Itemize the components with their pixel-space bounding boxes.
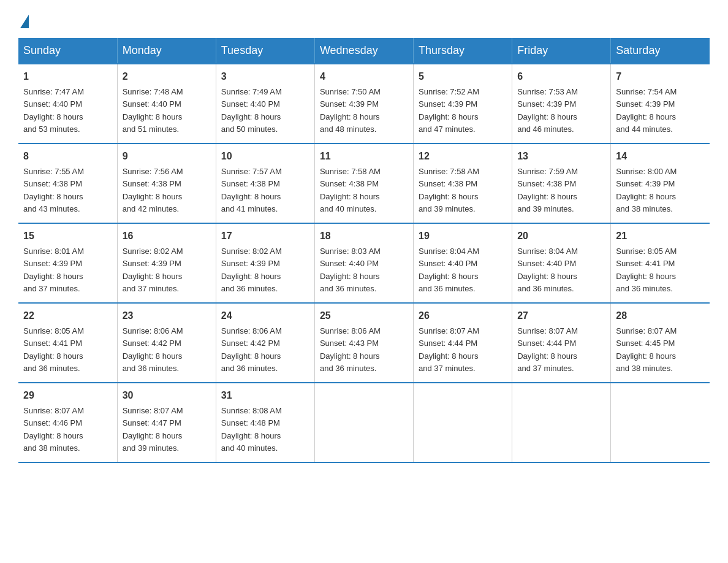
day-info: Sunrise: 8:07 AMSunset: 4:47 PMDaylight:… [123, 406, 183, 453]
day-info: Sunrise: 7:49 AMSunset: 4:40 PMDaylight:… [221, 87, 282, 134]
day-info: Sunrise: 7:56 AMSunset: 4:38 PMDaylight:… [123, 167, 183, 213]
day-info: Sunrise: 7:59 AMSunset: 4:38 PMDaylight:… [517, 167, 578, 213]
calendar-week-row: 1 Sunrise: 7:47 AMSunset: 4:40 PMDayligh… [18, 64, 710, 144]
day-number: 24 [221, 308, 309, 323]
calendar-day-cell: 7 Sunrise: 7:54 AMSunset: 4:39 PMDayligh… [611, 64, 710, 144]
day-number: 16 [123, 229, 211, 243]
day-info: Sunrise: 8:07 AMSunset: 4:45 PMDaylight:… [616, 326, 677, 373]
calendar-day-cell: 11 Sunrise: 7:58 AMSunset: 4:38 PMDaylig… [314, 144, 413, 223]
day-number: 2 [123, 69, 211, 84]
day-number: 19 [419, 229, 507, 243]
day-info: Sunrise: 8:05 AMSunset: 4:41 PMDaylight:… [616, 247, 677, 293]
calendar-day-cell: 5 Sunrise: 7:52 AMSunset: 4:39 PMDayligh… [414, 64, 512, 144]
day-info: Sunrise: 8:06 AMSunset: 4:43 PMDaylight:… [320, 326, 381, 373]
day-number: 27 [517, 308, 605, 323]
header-saturday: Saturday [611, 38, 710, 64]
day-info: Sunrise: 8:01 AMSunset: 4:39 PMDaylight:… [23, 247, 84, 293]
day-number: 28 [616, 308, 705, 323]
calendar-day-cell: 3 Sunrise: 7:49 AMSunset: 4:40 PMDayligh… [216, 64, 314, 144]
day-info: Sunrise: 8:06 AMSunset: 4:42 PMDaylight:… [123, 326, 183, 373]
calendar-day-cell: 28 Sunrise: 8:07 AMSunset: 4:45 PMDaylig… [611, 303, 710, 383]
calendar-day-cell: 1 Sunrise: 7:47 AMSunset: 4:40 PMDayligh… [18, 64, 117, 144]
calendar-day-cell: 6 Sunrise: 7:53 AMSunset: 4:39 PMDayligh… [512, 64, 611, 144]
day-number: 10 [221, 149, 309, 164]
day-number: 8 [23, 149, 112, 164]
calendar-day-cell: 4 Sunrise: 7:50 AMSunset: 4:39 PMDayligh… [314, 64, 413, 144]
calendar-day-cell: 2 Sunrise: 7:48 AMSunset: 4:40 PMDayligh… [117, 64, 216, 144]
day-number: 26 [419, 308, 507, 323]
calendar-day-cell: 30 Sunrise: 8:07 AMSunset: 4:47 PMDaylig… [117, 383, 216, 462]
day-number: 4 [320, 69, 408, 84]
day-info: Sunrise: 7:47 AMSunset: 4:40 PMDaylight:… [23, 87, 84, 134]
day-number: 14 [616, 149, 705, 164]
day-number: 3 [221, 69, 309, 84]
calendar-day-cell: 26 Sunrise: 8:07 AMSunset: 4:44 PMDaylig… [414, 303, 512, 383]
logo-triangle-icon [20, 15, 29, 28]
calendar-day-cell: 15 Sunrise: 8:01 AMSunset: 4:39 PMDaylig… [18, 223, 117, 303]
calendar-day-cell [512, 383, 611, 462]
day-number: 11 [320, 149, 408, 164]
calendar-day-cell: 17 Sunrise: 8:02 AMSunset: 4:39 PMDaylig… [216, 223, 314, 303]
day-number: 21 [616, 229, 705, 243]
calendar-week-row: 22 Sunrise: 8:05 AMSunset: 4:41 PMDaylig… [18, 303, 710, 383]
calendar-day-cell: 10 Sunrise: 7:57 AMSunset: 4:38 PMDaylig… [216, 144, 314, 223]
calendar-table: Sunday Monday Tuesday Wednesday Thursday… [18, 38, 710, 463]
calendar-day-cell: 23 Sunrise: 8:06 AMSunset: 4:42 PMDaylig… [117, 303, 216, 383]
day-info: Sunrise: 7:58 AMSunset: 4:38 PMDaylight:… [419, 167, 479, 213]
day-info: Sunrise: 8:03 AMSunset: 4:40 PMDaylight:… [320, 247, 381, 293]
day-info: Sunrise: 8:02 AMSunset: 4:39 PMDaylight:… [123, 247, 183, 293]
header-thursday: Thursday [414, 38, 512, 64]
calendar-day-cell: 21 Sunrise: 8:05 AMSunset: 4:41 PMDaylig… [611, 223, 710, 303]
day-number: 23 [123, 308, 211, 323]
day-number: 9 [123, 149, 211, 164]
day-number: 20 [517, 229, 605, 243]
header-tuesday: Tuesday [216, 38, 314, 64]
day-info: Sunrise: 7:52 AMSunset: 4:39 PMDaylight:… [419, 87, 479, 134]
calendar-day-cell: 14 Sunrise: 8:00 AMSunset: 4:39 PMDaylig… [611, 144, 710, 223]
day-info: Sunrise: 7:48 AMSunset: 4:40 PMDaylight:… [123, 87, 183, 134]
header-friday: Friday [512, 38, 611, 64]
header-wednesday: Wednesday [314, 38, 413, 64]
day-info: Sunrise: 8:00 AMSunset: 4:39 PMDaylight:… [616, 167, 677, 213]
day-info: Sunrise: 8:02 AMSunset: 4:39 PMDaylight:… [221, 247, 282, 293]
day-info: Sunrise: 8:07 AMSunset: 4:44 PMDaylight:… [419, 326, 479, 373]
header-sunday: Sunday [18, 38, 117, 64]
day-info: Sunrise: 7:57 AMSunset: 4:38 PMDaylight:… [221, 167, 282, 213]
header-monday: Monday [117, 38, 216, 64]
day-info: Sunrise: 7:50 AMSunset: 4:39 PMDaylight:… [320, 87, 381, 134]
day-number: 13 [517, 149, 605, 164]
day-number: 6 [517, 69, 605, 84]
day-number: 15 [23, 229, 112, 243]
day-number: 12 [419, 149, 507, 164]
day-number: 25 [320, 308, 408, 323]
day-number: 5 [419, 69, 507, 84]
calendar-header-row: Sunday Monday Tuesday Wednesday Thursday… [18, 38, 710, 64]
calendar-day-cell: 9 Sunrise: 7:56 AMSunset: 4:38 PMDayligh… [117, 144, 216, 223]
day-number: 7 [616, 69, 705, 84]
calendar-day-cell: 31 Sunrise: 8:08 AMSunset: 4:48 PMDaylig… [216, 383, 314, 462]
day-info: Sunrise: 7:54 AMSunset: 4:39 PMDaylight:… [616, 87, 677, 134]
day-info: Sunrise: 8:08 AMSunset: 4:48 PMDaylight:… [221, 406, 282, 453]
day-info: Sunrise: 8:07 AMSunset: 4:44 PMDaylight:… [517, 326, 578, 373]
day-number: 30 [123, 388, 211, 403]
calendar-week-row: 8 Sunrise: 7:55 AMSunset: 4:38 PMDayligh… [18, 144, 710, 223]
day-number: 1 [23, 69, 112, 84]
calendar-day-cell: 13 Sunrise: 7:59 AMSunset: 4:38 PMDaylig… [512, 144, 611, 223]
calendar-day-cell: 18 Sunrise: 8:03 AMSunset: 4:40 PMDaylig… [314, 223, 413, 303]
day-number: 29 [23, 388, 112, 403]
calendar-day-cell: 29 Sunrise: 8:07 AMSunset: 4:46 PMDaylig… [18, 383, 117, 462]
day-number: 17 [221, 229, 309, 243]
calendar-day-cell: 19 Sunrise: 8:04 AMSunset: 4:40 PMDaylig… [414, 223, 512, 303]
day-info: Sunrise: 8:07 AMSunset: 4:46 PMDaylight:… [23, 406, 84, 453]
day-number: 18 [320, 229, 408, 243]
day-info: Sunrise: 7:55 AMSunset: 4:38 PMDaylight:… [23, 167, 84, 213]
calendar-day-cell: 22 Sunrise: 8:05 AMSunset: 4:41 PMDaylig… [18, 303, 117, 383]
calendar-week-row: 15 Sunrise: 8:01 AMSunset: 4:39 PMDaylig… [18, 223, 710, 303]
calendar-day-cell [414, 383, 512, 462]
day-number: 31 [221, 388, 309, 403]
day-number: 22 [23, 308, 112, 323]
calendar-day-cell: 16 Sunrise: 8:02 AMSunset: 4:39 PMDaylig… [117, 223, 216, 303]
day-info: Sunrise: 8:04 AMSunset: 4:40 PMDaylight:… [419, 247, 479, 293]
day-info: Sunrise: 8:05 AMSunset: 4:41 PMDaylight:… [23, 326, 84, 373]
day-info: Sunrise: 7:53 AMSunset: 4:39 PMDaylight:… [517, 87, 578, 134]
